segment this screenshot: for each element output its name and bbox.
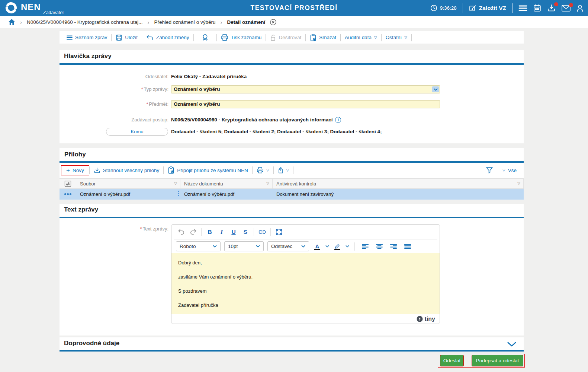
strikethrough-button[interactable]: S — [240, 227, 251, 237]
message-line: Zadavatel příručka — [178, 302, 440, 308]
brand-name: NEN — [21, 2, 41, 12]
undo-icon[interactable] — [176, 227, 186, 237]
info-icon[interactable]: i — [335, 117, 341, 123]
row-actions-icon[interactable] — [60, 189, 76, 200]
main-menu-button[interactable] — [518, 5, 527, 12]
message-type-select[interactable]: Oznámení o výběru — [171, 85, 440, 93]
audit-data-button[interactable]: Auditní data ▽ — [341, 35, 381, 40]
text-color-button[interactable]: A — [313, 241, 322, 252]
new-attachment-annotation: + Nový — [61, 165, 89, 175]
section-rule — [60, 161, 524, 163]
sign-and-send-button[interactable]: Podepsat a odeslat — [472, 355, 523, 366]
italic-button[interactable]: I — [216, 227, 227, 237]
chevron-down-icon[interactable] — [346, 245, 349, 248]
download-all-label: Stáhnout všechny přílohy — [103, 168, 160, 173]
divider — [411, 34, 412, 41]
subject-input[interactable]: Oznámení o výběru — [171, 100, 440, 108]
section-title: Hlavička zprávy — [64, 53, 112, 60]
filter-caret-icon[interactable]: ▽ — [266, 182, 269, 185]
chevron-down-icon[interactable] — [432, 86, 439, 92]
home-icon[interactable] — [8, 19, 15, 25]
attachments-panel: Přílohy + Nový Stáhnout všechny přílohy — [60, 148, 524, 200]
filter-all-button[interactable]: ▽ Vše — [501, 168, 518, 173]
align-left-icon[interactable] — [360, 241, 370, 252]
drag-handle-icon[interactable] — [178, 191, 180, 196]
redo-icon[interactable] — [188, 227, 198, 237]
calendar-button[interactable] — [533, 4, 541, 12]
print-attachments-button[interactable]: ▽ — [253, 167, 273, 174]
send-button[interactable]: Odeslat — [440, 355, 464, 366]
award-icon — [202, 34, 208, 41]
discard-changes-button[interactable]: Zahodit změny — [142, 35, 193, 41]
filter-caret-icon[interactable]: ▽ — [517, 182, 520, 185]
block-format-select[interactable]: Odstavec — [267, 241, 309, 251]
divider — [270, 228, 271, 236]
attach-from-nen-button[interactable]: Připojit přílohu ze systému NEN — [164, 166, 252, 174]
divider — [293, 166, 293, 174]
save-button[interactable]: Uložit — [112, 34, 142, 41]
print-record-button[interactable]: Tisk záznamu — [217, 34, 266, 41]
align-center-icon[interactable] — [374, 241, 385, 252]
recipients-button[interactable]: Komu — [106, 128, 168, 136]
link-icon[interactable] — [257, 227, 267, 237]
column-header-antivirus[interactable]: Antivirová kontrola ▽ — [273, 179, 524, 188]
new-attachment-button[interactable]: + Nový — [62, 167, 88, 174]
chevron-down-icon: ▽ — [404, 36, 407, 39]
filter-caret-icon[interactable]: ▽ — [174, 182, 177, 185]
messages-button[interactable] — [562, 5, 571, 12]
user-profile-button[interactable] — [576, 4, 584, 12]
hamburger-icon — [518, 5, 527, 12]
expand-section-chevron-icon[interactable] — [507, 342, 516, 347]
close-tab-icon[interactable] — [270, 19, 276, 25]
filter-all-label: Vše — [508, 168, 517, 173]
list-icon — [67, 35, 73, 40]
export-attachments-button[interactable]: ▽ — [274, 167, 293, 174]
decrypt-button[interactable]: Dešifrovat — [266, 34, 305, 41]
highlight-color-button[interactable] — [333, 241, 342, 252]
column-settings-icon[interactable] — [60, 179, 76, 188]
user-icon — [576, 4, 584, 12]
certificate-button[interactable] — [194, 34, 216, 41]
message-list-button[interactable]: Seznam zpráv — [62, 35, 111, 40]
fullscreen-icon[interactable] — [274, 227, 284, 237]
cell-file: Oznámení o výběru.pdf — [76, 189, 180, 200]
attachment-row[interactable]: Oznámení o výběru.pdf Oznámení o výběru.… — [60, 189, 524, 200]
underline-button[interactable]: U — [228, 227, 239, 237]
breadcrumb-item-procurement[interactable]: N006/25/V00004960 - Kryptografická ochra… — [27, 19, 142, 25]
filter-funnel-icon[interactable] — [486, 167, 493, 174]
nen-logo[interactable]: NEN Zadavatel — [4, 1, 69, 16]
download-all-attachments-button[interactable]: Stáhnout všechny přílohy — [90, 167, 164, 174]
section-rule — [60, 63, 524, 65]
message-header-panel: Hlavička zprávy Odesílatel: Felix Okátý … — [60, 50, 524, 143]
notification-badge — [554, 2, 558, 6]
editor-toolbar-row1: B I U S — [171, 225, 440, 239]
create-vz-button[interactable]: Založit VZ — [469, 4, 506, 12]
column-header-document-name[interactable]: Název dokumentu ▽ — [180, 179, 273, 188]
bold-button[interactable]: B — [205, 227, 215, 237]
divider — [463, 3, 463, 13]
other-menu-button[interactable]: Ostatní ▽ — [382, 35, 411, 40]
divider — [354, 242, 355, 251]
delete-button[interactable]: Smazat — [306, 34, 340, 41]
text-color-swatch — [314, 249, 320, 250]
divider — [254, 228, 254, 236]
download-tray-icon — [94, 167, 100, 174]
chevron-down-icon: ▽ — [266, 168, 269, 172]
downloads-button[interactable] — [547, 4, 556, 12]
breadcrumb-item-overview[interactable]: Přehled oznámení o výběru — [154, 19, 215, 25]
font-family-select[interactable]: Roboto — [176, 241, 221, 251]
justify-icon[interactable] — [402, 241, 413, 252]
align-right-icon[interactable] — [388, 241, 399, 252]
breadcrumb-separator: › — [147, 19, 149, 25]
column-header-file[interactable]: Soubor ▽ — [76, 179, 180, 188]
font-size-select[interactable]: 10pt — [224, 241, 264, 251]
font-family-value: Roboto — [180, 244, 196, 249]
tiny-logo-icon[interactable] — [417, 316, 423, 322]
save-label: Uložit — [125, 35, 138, 40]
tiny-brand-label[interactable]: tiny — [425, 316, 435, 322]
divider — [497, 166, 497, 174]
chevron-down-icon[interactable] — [325, 245, 329, 248]
procedure-value: N006/25/V00004960 - Kryptografická ochra… — [171, 116, 341, 124]
message-type-value: Oznámení o výběru — [174, 86, 220, 92]
message-text-area[interactable]: Dobrý den, zasíláme Vám oznámení o výběr… — [171, 253, 440, 314]
